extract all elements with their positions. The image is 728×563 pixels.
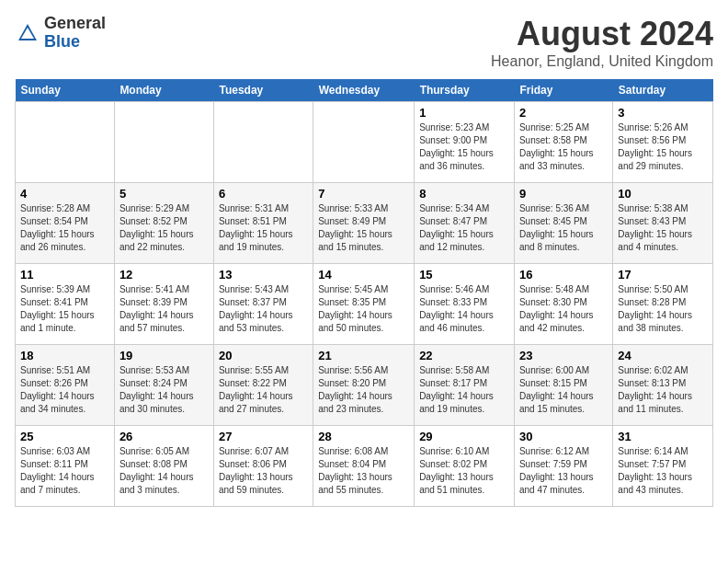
day-number: 7 — [318, 187, 409, 201]
day-info: Sunrise: 6:07 AM Sunset: 8:06 PM Dayligh… — [219, 445, 308, 497]
weekday-header: Monday — [114, 79, 213, 102]
weekday-header: Saturday — [613, 79, 713, 102]
calendar-cell: 25Sunrise: 6:03 AM Sunset: 8:11 PM Dayli… — [16, 426, 115, 507]
calendar-cell: 15Sunrise: 5:46 AM Sunset: 8:33 PM Dayli… — [415, 264, 515, 345]
day-info: Sunrise: 5:43 AM Sunset: 8:37 PM Dayligh… — [219, 283, 308, 335]
calendar-cell: 23Sunrise: 6:00 AM Sunset: 8:15 PM Dayli… — [514, 345, 612, 426]
day-info: Sunrise: 5:23 AM Sunset: 9:00 PM Dayligh… — [419, 121, 509, 173]
calendar-cell — [16, 102, 115, 183]
day-number: 18 — [20, 349, 109, 362]
day-number: 17 — [618, 268, 708, 282]
day-info: Sunrise: 6:14 AM Sunset: 7:57 PM Dayligh… — [618, 445, 708, 497]
day-info: Sunrise: 5:26 AM Sunset: 8:56 PM Dayligh… — [618, 121, 708, 173]
day-info: Sunrise: 6:08 AM Sunset: 8:04 PM Dayligh… — [318, 445, 409, 497]
calendar-cell: 5Sunrise: 5:29 AM Sunset: 8:52 PM Daylig… — [114, 183, 213, 264]
day-info: Sunrise: 6:10 AM Sunset: 8:02 PM Dayligh… — [419, 445, 509, 497]
day-number: 23 — [519, 349, 608, 362]
logo-blue: Blue — [44, 32, 80, 51]
calendar-week-row: 25Sunrise: 6:03 AM Sunset: 8:11 PM Dayli… — [16, 426, 713, 507]
day-info: Sunrise: 5:46 AM Sunset: 8:33 PM Dayligh… — [419, 283, 509, 335]
day-info: Sunrise: 6:00 AM Sunset: 8:15 PM Dayligh… — [519, 364, 608, 416]
logo-icon — [15, 20, 40, 46]
calendar-cell — [313, 102, 415, 183]
day-info: Sunrise: 5:36 AM Sunset: 8:45 PM Dayligh… — [519, 202, 608, 254]
day-number: 13 — [219, 268, 308, 282]
calendar-cell: 12Sunrise: 5:41 AM Sunset: 8:39 PM Dayli… — [114, 264, 213, 345]
weekday-header: Sunday — [16, 79, 115, 102]
day-info: Sunrise: 5:51 AM Sunset: 8:26 PM Dayligh… — [20, 364, 109, 416]
day-info: Sunrise: 5:33 AM Sunset: 8:49 PM Dayligh… — [318, 202, 409, 254]
day-number: 25 — [20, 430, 109, 443]
day-number: 31 — [618, 430, 708, 443]
day-number: 28 — [318, 430, 409, 443]
logo-text: General Blue — [44, 15, 106, 52]
day-info: Sunrise: 6:05 AM Sunset: 8:08 PM Dayligh… — [119, 445, 209, 497]
day-number: 21 — [318, 349, 409, 362]
calendar-cell: 29Sunrise: 6:10 AM Sunset: 8:02 PM Dayli… — [415, 426, 515, 507]
logo-general: General — [44, 14, 106, 32]
calendar-cell: 13Sunrise: 5:43 AM Sunset: 8:37 PM Dayli… — [213, 264, 313, 345]
day-info: Sunrise: 6:02 AM Sunset: 8:13 PM Dayligh… — [618, 364, 708, 416]
day-number: 15 — [419, 268, 509, 282]
calendar-cell: 16Sunrise: 5:48 AM Sunset: 8:30 PM Dayli… — [514, 264, 612, 345]
calendar-cell: 4Sunrise: 5:28 AM Sunset: 8:54 PM Daylig… — [16, 183, 115, 264]
calendar-cell: 31Sunrise: 6:14 AM Sunset: 7:57 PM Dayli… — [613, 426, 713, 507]
calendar-cell: 7Sunrise: 5:33 AM Sunset: 8:49 PM Daylig… — [313, 183, 415, 264]
day-info: Sunrise: 5:45 AM Sunset: 8:35 PM Dayligh… — [318, 283, 409, 335]
day-info: Sunrise: 5:25 AM Sunset: 8:58 PM Dayligh… — [519, 121, 608, 173]
calendar-cell: 9Sunrise: 5:36 AM Sunset: 8:45 PM Daylig… — [514, 183, 612, 264]
day-info: Sunrise: 5:50 AM Sunset: 8:28 PM Dayligh… — [618, 283, 708, 335]
day-number: 8 — [419, 187, 509, 201]
day-number: 5 — [119, 187, 209, 201]
title-block: August 2024 Heanor, England, United King… — [491, 15, 713, 70]
calendar-cell: 3Sunrise: 5:26 AM Sunset: 8:56 PM Daylig… — [613, 102, 713, 183]
day-info: Sunrise: 5:41 AM Sunset: 8:39 PM Dayligh… — [119, 283, 209, 335]
calendar-cell: 22Sunrise: 5:58 AM Sunset: 8:17 PM Dayli… — [415, 345, 515, 426]
day-number: 9 — [519, 187, 608, 201]
weekday-header: Tuesday — [213, 79, 313, 102]
calendar-cell: 27Sunrise: 6:07 AM Sunset: 8:06 PM Dayli… — [213, 426, 313, 507]
calendar-cell — [213, 102, 313, 183]
day-number: 3 — [618, 106, 708, 120]
day-info: Sunrise: 5:31 AM Sunset: 8:51 PM Dayligh… — [219, 202, 308, 254]
calendar-cell: 6Sunrise: 5:31 AM Sunset: 8:51 PM Daylig… — [213, 183, 313, 264]
weekday-header: Wednesday — [313, 79, 415, 102]
calendar-cell: 8Sunrise: 5:34 AM Sunset: 8:47 PM Daylig… — [415, 183, 515, 264]
calendar-week-row: 4Sunrise: 5:28 AM Sunset: 8:54 PM Daylig… — [16, 183, 713, 264]
calendar-week-row: 11Sunrise: 5:39 AM Sunset: 8:41 PM Dayli… — [16, 264, 713, 345]
calendar-cell: 10Sunrise: 5:38 AM Sunset: 8:43 PM Dayli… — [613, 183, 713, 264]
calendar-cell: 1Sunrise: 5:23 AM Sunset: 9:00 PM Daylig… — [415, 102, 515, 183]
calendar-cell: 30Sunrise: 6:12 AM Sunset: 7:59 PM Dayli… — [514, 426, 612, 507]
day-info: Sunrise: 5:55 AM Sunset: 8:22 PM Dayligh… — [219, 364, 308, 416]
weekday-header-row: SundayMondayTuesdayWednesdayThursdayFrid… — [16, 79, 713, 102]
calendar-cell — [114, 102, 213, 183]
day-number: 10 — [618, 187, 708, 201]
calendar-cell: 28Sunrise: 6:08 AM Sunset: 8:04 PM Dayli… — [313, 426, 415, 507]
day-number: 20 — [219, 349, 308, 362]
calendar-cell: 19Sunrise: 5:53 AM Sunset: 8:24 PM Dayli… — [114, 345, 213, 426]
calendar-cell: 26Sunrise: 6:05 AM Sunset: 8:08 PM Dayli… — [114, 426, 213, 507]
day-number: 11 — [20, 268, 109, 282]
day-number: 2 — [519, 106, 608, 120]
day-info: Sunrise: 5:48 AM Sunset: 8:30 PM Dayligh… — [519, 283, 608, 335]
calendar-table: SundayMondayTuesdayWednesdayThursdayFrid… — [15, 79, 713, 507]
calendar-cell: 11Sunrise: 5:39 AM Sunset: 8:41 PM Dayli… — [16, 264, 115, 345]
calendar-cell: 18Sunrise: 5:51 AM Sunset: 8:26 PM Dayli… — [16, 345, 115, 426]
calendar-cell: 2Sunrise: 5:25 AM Sunset: 8:58 PM Daylig… — [514, 102, 612, 183]
day-info: Sunrise: 5:29 AM Sunset: 8:52 PM Dayligh… — [119, 202, 209, 254]
day-info: Sunrise: 5:34 AM Sunset: 8:47 PM Dayligh… — [419, 202, 509, 254]
day-info: Sunrise: 5:39 AM Sunset: 8:41 PM Dayligh… — [20, 283, 109, 335]
calendar-cell: 20Sunrise: 5:55 AM Sunset: 8:22 PM Dayli… — [213, 345, 313, 426]
day-number: 19 — [119, 349, 209, 362]
day-number: 30 — [519, 430, 608, 443]
day-info: Sunrise: 5:28 AM Sunset: 8:54 PM Dayligh… — [20, 202, 109, 254]
day-number: 16 — [519, 268, 608, 282]
day-info: Sunrise: 5:56 AM Sunset: 8:20 PM Dayligh… — [318, 364, 409, 416]
weekday-header: Thursday — [415, 79, 515, 102]
day-info: Sunrise: 6:03 AM Sunset: 8:11 PM Dayligh… — [20, 445, 109, 497]
header: General Blue August 2024 Heanor, England… — [15, 15, 713, 70]
day-number: 12 — [119, 268, 209, 282]
day-number: 4 — [20, 187, 109, 201]
day-info: Sunrise: 5:53 AM Sunset: 8:24 PM Dayligh… — [119, 364, 209, 416]
calendar-cell: 21Sunrise: 5:56 AM Sunset: 8:20 PM Dayli… — [313, 345, 415, 426]
